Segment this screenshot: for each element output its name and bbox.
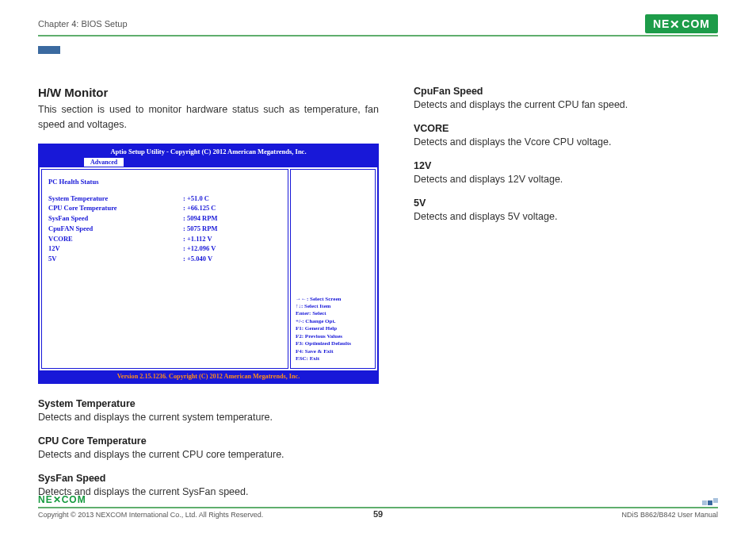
bios-help-line: →←: Select Screen — [296, 296, 370, 303]
bios-row: CPU Core Temperature: +66.125 C — [48, 203, 281, 213]
item-desc: Detects and displays the Vcore CPU volta… — [414, 135, 718, 149]
bios-help: →←: Select Screen↑↓: Select ItemEnter: S… — [296, 296, 370, 363]
item-desc: Detects and displays the current CPU cor… — [38, 447, 379, 462]
bios-help-line: ↑↓: Select Item — [296, 303, 370, 310]
bios-row-value: : +1.112 V — [183, 234, 212, 244]
page-number: 59 — [38, 509, 718, 519]
bios-row-label: 5V — [48, 254, 183, 264]
bios-body: PC Health Status System Temperature: +51… — [40, 167, 377, 370]
bios-row: 12V: +12.096 V — [48, 243, 281, 254]
footer-rule — [38, 507, 718, 508]
header-rule — [38, 35, 718, 36]
section-title: H/W Monitor — [38, 86, 379, 99]
item-desc: Detects and displays 5V voltage. — [414, 209, 718, 224]
right-column: CpuFan SpeedDetects and displays the cur… — [414, 86, 718, 510]
bios-help-line: F2: Previous Values — [296, 333, 370, 340]
bios-tab-row: Advanced — [40, 158, 377, 167]
accent-bar — [38, 46, 60, 54]
item-block: 5VDetects and displays 5V voltage. — [414, 197, 718, 224]
footer-brand-logo: NE✕COM — [38, 494, 86, 505]
item-block: System TemperatureDetects and displays t… — [38, 398, 379, 424]
bios-row-label: System Temperature — [48, 194, 183, 204]
item-desc: Detects and displays 12V voltage. — [414, 172, 718, 186]
bios-help-line: F1: General Help — [296, 325, 370, 332]
bios-row-label: CPU Core Temperature — [48, 203, 183, 213]
bios-main-panel: PC Health Status System Temperature: +51… — [41, 169, 288, 369]
item-title: CpuFan Speed — [414, 86, 718, 97]
item-desc: Detects and displays the current CPU fan… — [414, 98, 718, 112]
item-title: SysFan Speed — [38, 473, 379, 484]
bios-help-line: F3: Optimized Defaults — [296, 340, 370, 347]
page-header: Chapter 4: BIOS Setup NE✕COM — [38, 14, 718, 33]
bios-side-panel: →←: Select Screen↑↓: Select ItemEnter: S… — [290, 169, 376, 369]
item-title: System Temperature — [38, 398, 379, 409]
bios-row: CpuFAN Speed: 5075 RPM — [48, 224, 281, 234]
bios-row-value: : +5.040 V — [183, 254, 212, 264]
bios-row-label: SysFan Speed — [48, 213, 183, 224]
item-title: CPU Core Temperature — [38, 435, 379, 447]
item-title: VCORE — [414, 123, 718, 134]
page-footer: NE✕COM Copyright © 2013 NEXCOM Internati… — [38, 494, 718, 519]
item-block: 12VDetects and displays 12V voltage. — [414, 160, 718, 186]
right-items: CpuFan SpeedDetects and displays the cur… — [414, 86, 718, 224]
bios-rows: System Temperature: +51.0 CCPU Core Temp… — [48, 194, 281, 264]
bios-footer: Version 2.15.1236. Copyright (C) 2012 Am… — [40, 370, 377, 382]
bios-row: SysFan Speed: 5094 RPM — [48, 213, 281, 224]
bios-heading: PC Health Status — [48, 178, 281, 186]
bios-help-line: F4: Save & Exit — [296, 348, 370, 355]
bios-row-label: VCORE — [48, 234, 183, 244]
bios-row-label: CpuFAN Speed — [48, 224, 183, 234]
bios-help-line: ESC: Exit — [296, 355, 370, 362]
left-items: System TemperatureDetects and displays t… — [38, 398, 379, 499]
bios-title: Aptio Setup Utility - Copyright (C) 2012… — [40, 145, 377, 158]
brand-logo: NE✕COM — [645, 14, 718, 33]
bios-row: 5V: +5.040 V — [48, 254, 281, 264]
bios-row-value: : +12.096 V — [183, 243, 216, 254]
bios-row-value: : +51.0 C — [183, 194, 209, 204]
item-block: VCOREDetects and displays the Vcore CPU … — [414, 123, 718, 149]
bios-tab-advanced: Advanced — [84, 158, 124, 167]
bios-row: System Temperature: +51.0 C — [48, 194, 281, 204]
bios-screenshot: Aptio Setup Utility - Copyright (C) 2012… — [38, 144, 379, 384]
bios-row-value: : +66.125 C — [183, 203, 216, 213]
bios-row-value: : 5094 RPM — [183, 213, 217, 224]
item-title: 5V — [414, 197, 718, 209]
bios-row-label: 12V — [48, 243, 183, 254]
item-title: 12V — [414, 160, 718, 171]
content-columns: H/W Monitor This section is used to moni… — [38, 86, 718, 510]
item-desc: Detects and displays the current system … — [38, 410, 379, 424]
bios-row-value: : 5075 RPM — [183, 224, 217, 234]
item-block: CpuFan SpeedDetects and displays the cur… — [414, 86, 718, 112]
left-column: H/W Monitor This section is used to moni… — [38, 86, 379, 510]
bios-row: VCORE: +1.112 V — [48, 234, 281, 244]
bios-help-line: Enter: Select — [296, 310, 370, 317]
footer-squares-icon — [702, 500, 718, 505]
bios-help-line: +/-: Change Opt. — [296, 318, 370, 325]
section-desc: This section is used to monitor hardware… — [38, 102, 379, 132]
chapter-label: Chapter 4: BIOS Setup — [38, 19, 128, 29]
item-block: CPU Core TemperatureDetects and displays… — [38, 435, 379, 462]
